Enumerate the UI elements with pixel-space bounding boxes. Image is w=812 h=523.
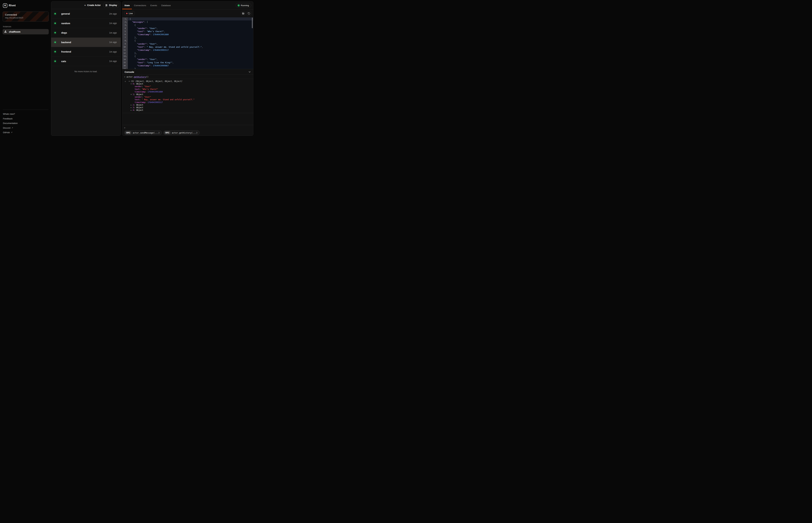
editor-line: 16 "timestamp": 1764043999867 [122,64,253,67]
tab-database[interactable]: Database [159,1,173,9]
link-label: Whats new? [3,113,15,115]
command-method[interactable]: getHistory [134,76,146,78]
console-output-line: <▼(5) [Object, Object, Object, Object, O… [122,80,253,83]
link-label: Discord [3,127,11,129]
caret-right-icon[interactable]: ▶ [131,109,133,111]
editor-line: 15 "text": "Long live the King!", [122,61,253,64]
code-line[interactable]: "timestamp": 1764043991880 [128,33,253,36]
line-number-gutter[interactable]: 5 [122,30,128,33]
line-number-gutter[interactable]: 7 [122,36,128,39]
line-number-gutter[interactable]: 16 [122,64,128,67]
caret-right-icon[interactable]: ▶ [131,104,133,106]
sidebar-spacer [2,34,50,110]
tab-connections[interactable]: Connections [132,1,148,9]
link-documentation[interactable]: Documentation [3,121,48,126]
code-line[interactable]: }, [128,36,253,39]
actor-row-cats[interactable]: cats 1m ago [51,57,121,66]
editor-line: 6 "timestamp": 1764043991880 [122,33,253,36]
code-line[interactable]: { [128,55,253,58]
code-line[interactable]: { [128,39,253,42]
link-feedback[interactable]: Feedback [3,116,48,121]
rpc-badge: RPC [125,131,132,134]
connection-status-card: Connected http://localhost:6420 [3,12,49,22]
state-json-editor[interactable]: 1∨{2∨ "messages": [3∨ {4 "sender": "User… [122,17,253,69]
fold-chevron-icon[interactable]: ∨ [126,22,127,23]
editor-line: 12 }, [122,52,253,55]
line-number-gutter[interactable]: 8∨ [122,39,128,42]
caret-down-icon[interactable]: ▼ [131,93,133,96]
console-output: <▼(5) [Object, Object, Object, Object, O… [122,79,253,113]
fold-chevron-icon[interactable]: ∨ [126,40,127,42]
tab-events[interactable]: Events [148,1,159,9]
code-line[interactable]: "messages": [ [128,20,253,23]
external-link-icon: ↗ [12,127,13,129]
line-number-gutter[interactable]: 9 [122,42,128,46]
code-line[interactable]: "sender": "User", [128,42,253,46]
create-actor-button[interactable]: + Create Actor [83,3,102,7]
code-line[interactable]: "sender": "User", [128,27,253,30]
display-button[interactable]: Display [103,3,119,7]
fold-chevron-icon[interactable]: ∨ [126,19,127,20]
code-line[interactable]: "text": "Who’s there?", [128,30,253,33]
caret-down-icon[interactable]: ▼ [131,83,133,85]
actor-row-random[interactable]: random 1m ago [51,19,121,28]
caret-down-icon[interactable]: ▼ [129,80,131,83]
fold-chevron-icon[interactable]: ∨ [126,56,127,57]
code-line[interactable]: "timestamp": 1764043999867 [128,64,253,67]
line-number-gutter[interactable]: 2∨ [122,20,128,23]
rpc-get-history-button[interactable]: RPC actor.getHistory(...) [163,130,200,135]
rpc-send-message-button[interactable]: RPC actor.sendMessage(...) [124,130,162,135]
code-line[interactable]: "sender": "User", [128,58,253,61]
tab-state[interactable]: State [122,1,132,9]
actor-row-backend[interactable]: backend 1m ago [51,38,121,47]
actors-panel: + Create Actor Display general 2m ago [51,1,121,136]
create-actor-label: Create Actor [87,4,101,6]
line-number-gutter[interactable]: 15 [122,61,128,64]
actor-row-dogs[interactable]: dogs 1m ago [51,28,121,38]
line-number-gutter[interactable]: 4 [122,27,128,30]
line-number-gutter[interactable]: 14 [122,58,128,61]
console-output-line: ▶2: Object [122,104,253,106]
sidebar-item-chatroom[interactable]: chatRoom [3,29,49,34]
code-line[interactable]: "timestamp": 1764043995517 [128,49,253,52]
line-number-gutter[interactable]: 1∨ [122,17,128,20]
caret-right-icon[interactable]: ▶ [131,106,133,109]
editor-line: 8∨ { [122,39,253,42]
actor-status-icon [54,13,61,15]
code-line[interactable]: { [128,17,253,20]
live-toggle[interactable]: Live [124,11,135,16]
editor-line: 14 "sender": "User", [122,58,253,61]
link-github[interactable]: GitHub ↗ [3,130,48,135]
code-line[interactable]: "text": " Nay, answer me. Stand and unfo… [128,46,253,49]
actor-time: 1m ago [109,32,117,34]
line-number-gutter[interactable]: 10 [122,46,128,49]
line-number-gutter[interactable]: 3∨ [122,23,128,26]
revert-state-button[interactable] [246,11,251,16]
link-label: Feedback [3,118,13,120]
line-number-gutter[interactable]: 17 [122,67,128,69]
console-input[interactable]: > [122,125,253,130]
display-label: Display [109,4,117,6]
line-number-gutter[interactable]: 11 [122,49,128,52]
console-header[interactable]: Console [122,69,253,75]
fold-chevron-icon[interactable]: ∨ [126,25,127,26]
code-line[interactable]: { [128,23,253,26]
command-args: () [146,76,149,78]
code-line[interactable]: "text": "Long live the King!", [128,61,253,64]
running-dot-icon [238,5,239,6]
editor-line: 9 "sender": "User", [122,42,253,46]
code-line[interactable]: } [128,67,253,69]
save-state-button[interactable] [241,11,245,16]
actor-row-general[interactable]: general 2m ago [51,9,121,19]
actor-row-frontend[interactable]: frontend 1m ago [51,47,121,57]
line-number-gutter[interactable]: 13∨ [122,55,128,58]
actor-status-icon [54,32,61,33]
link-whats-new[interactable]: Whats new? [3,112,48,116]
editor-scrollbar[interactable] [252,18,253,28]
code-line[interactable]: }, [128,52,253,55]
link-discord[interactable]: Discord ↗ [3,126,48,130]
line-number-gutter[interactable]: 6 [122,33,128,36]
actors-header: + Create Actor Display [51,1,121,9]
line-number-gutter[interactable]: 12 [122,52,128,55]
chevron-down-icon[interactable] [248,71,251,73]
